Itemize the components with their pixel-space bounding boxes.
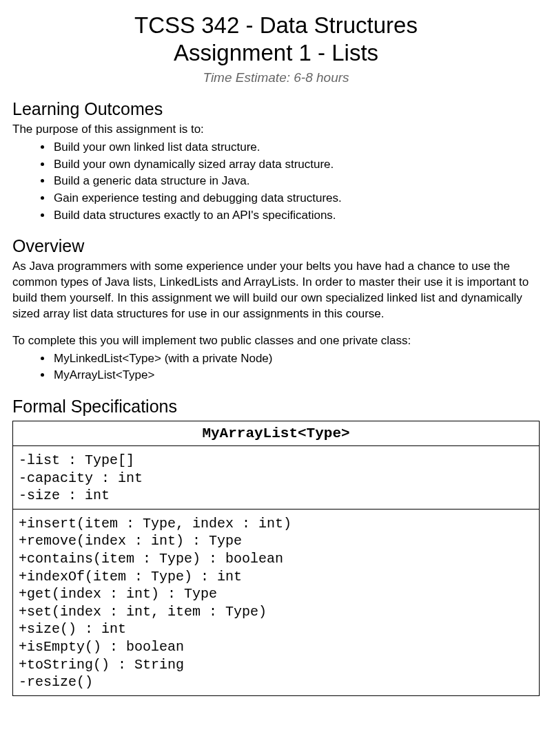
time-estimate: Time Estimate: 6-8 hours xyxy=(12,70,540,85)
spec-table: MyArrayList<Type> -list : Type[] -capaci… xyxy=(12,421,540,696)
overview-classes-list: MyLinkedList<Type> (with a private Node)… xyxy=(12,350,540,384)
spec-methods: +insert(item : Type, index : int) +remov… xyxy=(13,510,539,695)
learning-outcomes-heading: Learning Outcomes xyxy=(12,99,540,119)
spec-fields: -list : Type[] -capacity : int -size : i… xyxy=(13,446,539,510)
title-block: TCSS 342 - Data Structures Assignment 1 … xyxy=(12,12,540,85)
list-item: Gain experience testing and debugging da… xyxy=(52,190,540,207)
learning-outcomes-list: Build your own linked list data structur… xyxy=(12,139,540,224)
overview-heading: Overview xyxy=(12,236,540,256)
formal-spec-heading: Formal Specifications xyxy=(12,397,540,417)
learning-outcomes-intro: The purpose of this assignment is to: xyxy=(12,122,540,138)
assignment-title: Assignment 1 - Lists xyxy=(12,40,540,66)
list-item: Build your own linked list data structur… xyxy=(52,139,540,156)
list-item: MyLinkedList<Type> (with a private Node) xyxy=(52,350,540,368)
list-item: Build data structures exactly to an API'… xyxy=(52,207,540,224)
list-item: MyArrayList<Type> xyxy=(52,367,540,384)
overview-paragraph-1: As Java programmers with some experience… xyxy=(12,259,540,322)
list-item: Build your own dynamically sized array d… xyxy=(52,156,540,174)
course-title: TCSS 342 - Data Structures xyxy=(12,12,540,39)
spec-class-name: MyArrayList<Type> xyxy=(13,421,539,446)
overview-paragraph-2: To complete this you will implement two … xyxy=(12,333,540,349)
list-item: Build a generic data structure in Java. xyxy=(52,173,540,190)
